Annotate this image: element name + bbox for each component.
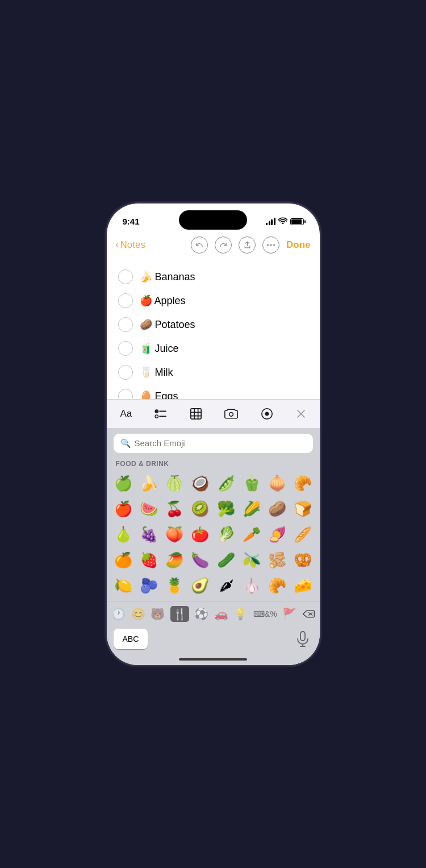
travel-cat-icon[interactable]: 🚗 bbox=[214, 607, 228, 621]
back-button[interactable]: ‹ Notes bbox=[116, 239, 145, 251]
emoji-search-input[interactable] bbox=[135, 438, 306, 448]
emoji-kiwi[interactable]: 🥝 bbox=[188, 497, 212, 521]
animals-cat-icon[interactable]: 🐻 bbox=[151, 607, 165, 621]
checkbox-apples[interactable] bbox=[118, 293, 133, 308]
emoji-onion[interactable]: 🧅 bbox=[265, 471, 289, 496]
checklist-item-bananas[interactable]: 🍌 Bananas bbox=[118, 265, 308, 289]
emoji-olive[interactable]: 🫒 bbox=[239, 548, 264, 572]
emoji-category-bar: 🕐 😊 🐻 🍴 ⚽ 🚗 💡 ⌨&% 🚩 bbox=[107, 601, 320, 625]
mic-button[interactable] bbox=[293, 629, 313, 649]
bottom-keyboard-row: ABC bbox=[107, 625, 320, 654]
item-text-juice: 🧃 Juice bbox=[140, 342, 179, 355]
smileys-cat-icon[interactable]: 😊 bbox=[131, 607, 145, 621]
food-cat-icon[interactable]: 🍴 bbox=[170, 606, 189, 622]
status-icons bbox=[266, 217, 304, 226]
emoji-croissant[interactable]: 🥐 bbox=[290, 471, 315, 496]
redo-button[interactable] bbox=[215, 236, 232, 254]
emoji-blueberries[interactable]: 🫐 bbox=[137, 574, 161, 598]
checkbox-juice[interactable] bbox=[118, 341, 133, 356]
emoji-mango[interactable]: 🥭 bbox=[162, 548, 187, 572]
emoji-watermelon[interactable]: 🍉 bbox=[137, 497, 161, 521]
emoji-tomato[interactable]: 🍅 bbox=[188, 522, 212, 547]
item-text-potatoes: 🥔 Potatoes bbox=[140, 318, 195, 331]
emoji-pear[interactable]: 🍐 bbox=[111, 522, 136, 547]
note-content: 🍌 Bananas 🍎 Apples 🥔 Potatoes 🧃 Juice 🥛 … bbox=[107, 258, 320, 399]
emoji-cheese[interactable]: 🧀 bbox=[290, 574, 315, 598]
svg-point-5 bbox=[156, 410, 157, 412]
emoji-ginger[interactable]: 🫚 bbox=[265, 548, 289, 572]
emoji-carrot[interactable]: 🥕 bbox=[239, 522, 264, 547]
format-text-button[interactable]: Aa bbox=[118, 406, 135, 422]
checklist-item-apples[interactable]: 🍎 Apples bbox=[118, 289, 308, 313]
emoji-cucumber[interactable]: 🥒 bbox=[214, 548, 238, 572]
close-keyboard-button[interactable] bbox=[294, 406, 308, 421]
emoji-keyboard: 🔍 FOOD & DRINK 🍏 🍌 🍈 🥥 🫛 🫑 🧅 🥐 🍎 🍉 🍒 🥝 bbox=[107, 428, 320, 665]
table-button[interactable] bbox=[187, 405, 204, 422]
emoji-peach[interactable]: 🍑 bbox=[162, 522, 187, 547]
undo-button[interactable] bbox=[191, 236, 208, 254]
emoji-potato[interactable]: 🥔 bbox=[265, 497, 289, 521]
nav-bar: ‹ Notes bbox=[107, 232, 320, 258]
checklist-item-milk[interactable]: 🥛 Milk bbox=[118, 360, 308, 384]
emoji-melon[interactable]: 🍈 bbox=[162, 471, 187, 496]
svg-rect-20 bbox=[300, 632, 305, 641]
emoji-baguette[interactable]: 🥖 bbox=[290, 522, 315, 547]
emoji-pineapple[interactable]: 🍍 bbox=[162, 574, 187, 598]
emoji-bell-pepper[interactable]: 🫑 bbox=[239, 471, 264, 496]
share-button[interactable] bbox=[239, 236, 256, 254]
symbols-cat-icon[interactable]: ⌨&% bbox=[253, 609, 277, 618]
emoji-broccoli[interactable]: 🥦 bbox=[214, 497, 238, 521]
svg-point-15 bbox=[265, 412, 269, 416]
svg-point-1 bbox=[270, 244, 272, 246]
emoji-garlic[interactable]: 🧄 bbox=[239, 574, 264, 598]
item-text-bananas: 🍌 Bananas bbox=[140, 271, 195, 283]
flags-cat-icon[interactable]: 🚩 bbox=[282, 607, 296, 621]
more-button[interactable] bbox=[262, 236, 279, 254]
emoji-coconut[interactable]: 🥥 bbox=[188, 471, 212, 496]
emoji-leafy-green[interactable]: 🥬 bbox=[214, 522, 238, 547]
emoji-orange[interactable]: 🍊 bbox=[111, 548, 136, 572]
camera-button[interactable] bbox=[222, 406, 240, 422]
markup-button[interactable] bbox=[258, 405, 275, 422]
emoji-avocado[interactable]: 🥑 bbox=[188, 574, 212, 598]
sports-cat-icon[interactable]: ⚽ bbox=[194, 607, 208, 621]
phone-screen: 9:41 bbox=[107, 203, 320, 665]
emoji-bread[interactable]: 🍞 bbox=[290, 497, 315, 521]
emoji-strawberry[interactable]: 🍓 bbox=[137, 548, 161, 572]
checklist-item-eggs[interactable]: 🥚 Eggs bbox=[118, 384, 308, 399]
emoji-grapes[interactable]: 🍇 bbox=[137, 522, 161, 547]
emoji-grid: 🍏 🍌 🍈 🥥 🫛 🫑 🧅 🥐 🍎 🍉 🍒 🥝 🥦 🌽 🥔 🍞 🍐 🍇 bbox=[107, 471, 320, 599]
checklist-button[interactable] bbox=[152, 406, 169, 421]
checkbox-bananas[interactable] bbox=[118, 269, 133, 284]
abc-key[interactable]: ABC bbox=[114, 629, 148, 649]
svg-point-13 bbox=[229, 412, 233, 416]
emoji-lemon[interactable]: 🍋 bbox=[111, 574, 136, 598]
emoji-category-label: FOOD & DRINK bbox=[107, 458, 320, 471]
emoji-cherries[interactable]: 🍒 bbox=[162, 497, 187, 521]
emoji-pretzel[interactable]: 🥨 bbox=[290, 548, 315, 572]
emoji-croissant2[interactable]: 🥐 bbox=[265, 574, 289, 598]
emoji-hot-pepper[interactable]: 🌶 bbox=[214, 574, 238, 598]
wifi-icon bbox=[278, 217, 287, 226]
home-indicator bbox=[107, 654, 320, 665]
recent-cat-icon[interactable]: 🕐 bbox=[111, 607, 126, 621]
emoji-search-bar[interactable]: 🔍 bbox=[114, 434, 313, 453]
emoji-peas[interactable]: 🫛 bbox=[214, 471, 238, 496]
done-button[interactable]: Done bbox=[286, 239, 311, 251]
emoji-eggplant[interactable]: 🍆 bbox=[188, 548, 212, 572]
checkbox-eggs[interactable] bbox=[118, 389, 133, 399]
svg-point-2 bbox=[273, 244, 275, 246]
delete-key[interactable] bbox=[302, 609, 315, 618]
emoji-apple-red[interactable]: 🍎 bbox=[111, 497, 136, 521]
phone-frame: 9:41 bbox=[107, 203, 320, 665]
emoji-apple-green[interactable]: 🍏 bbox=[111, 471, 136, 496]
checklist-item-juice[interactable]: 🧃 Juice bbox=[118, 337, 308, 360]
checkbox-milk[interactable] bbox=[118, 365, 133, 380]
objects-cat-icon[interactable]: 💡 bbox=[233, 607, 248, 621]
emoji-sweet-potato[interactable]: 🍠 bbox=[265, 522, 289, 547]
checkbox-potatoes[interactable] bbox=[118, 317, 133, 332]
keyboard-toolbar: Aa bbox=[107, 399, 320, 428]
emoji-banana-peel[interactable]: 🍌 bbox=[137, 471, 161, 496]
emoji-corn[interactable]: 🌽 bbox=[239, 497, 264, 521]
checklist-item-potatoes[interactable]: 🥔 Potatoes bbox=[118, 313, 308, 337]
